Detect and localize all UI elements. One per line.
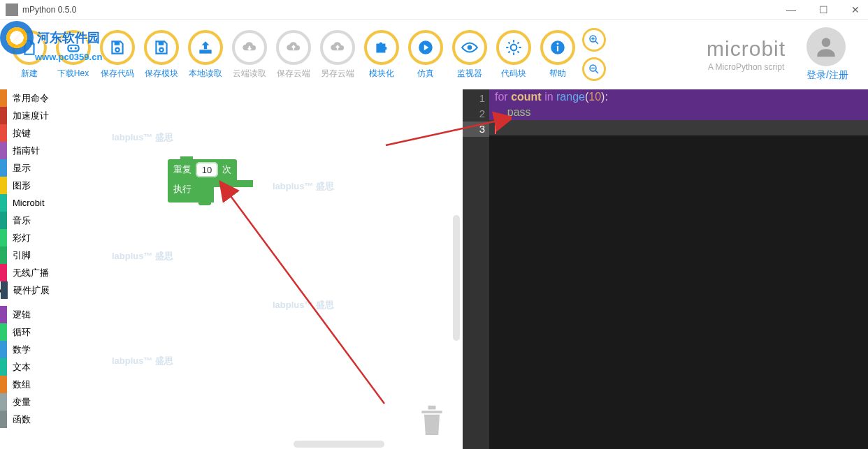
window-controls: — ☐ ✕ — [784, 4, 862, 15]
category-item[interactable]: 数学 — [0, 341, 77, 358]
maximize-button[interactable]: ☐ — [816, 4, 830, 15]
toolbar-cloud-read-button[interactable]: 云端读取 — [227, 30, 271, 80]
toolbar-download-hex-button[interactable]: 下载Hex — [51, 30, 95, 80]
bg-watermark: labplus™ 盛思 — [273, 180, 334, 193]
code-lines[interactable]: for count in range(10): pass — [489, 89, 868, 135]
zoom-out-button[interactable] — [582, 57, 606, 81]
category-color-bar — [0, 89, 7, 107]
code-line-2[interactable]: pass — [489, 105, 868, 120]
category-color-bar — [0, 142, 7, 159]
toolbar-new-button[interactable]: 新建 — [7, 30, 51, 80]
svg-point-4 — [115, 47, 119, 51]
window-title: mPython 0.5.0 — [22, 5, 76, 15]
trash-icon — [417, 400, 447, 439]
horizontal-scrollbar[interactable] — [294, 441, 384, 448]
category-label: 变量 — [13, 396, 31, 408]
category-item[interactable]: 文本 — [0, 358, 77, 376]
category-color-bar — [0, 124, 7, 142]
trash-button[interactable] — [417, 400, 447, 442]
workspace[interactable]: labplus™ 盛思 labplus™ 盛思 labplus™ 盛思 labp… — [77, 89, 463, 449]
loop-count-input[interactable] — [196, 162, 218, 177]
category-color-bar — [0, 194, 7, 212]
svg-rect-12 — [556, 45, 558, 51]
svg-line-19 — [595, 71, 598, 73]
category-item[interactable]: 硬件扩展 — [0, 281, 77, 299]
category-item[interactable]: 变量 — [0, 393, 77, 411]
category-item[interactable]: 数组 — [0, 376, 77, 393]
category-item[interactable]: Microbit — [0, 194, 77, 212]
cloud-down-icon — [232, 30, 267, 65]
cloud-up-icon — [320, 30, 355, 65]
toolbar-save-module-button[interactable]: 保存模块 — [139, 30, 183, 80]
svg-point-21 — [822, 38, 831, 47]
category-item[interactable]: 加速度计 — [0, 107, 77, 124]
block-times-label: 次 — [222, 163, 231, 176]
category-item[interactable]: 循环 — [0, 323, 77, 341]
bg-watermark: labplus™ 盛思 — [112, 250, 173, 263]
category-color-bar — [0, 107, 7, 124]
category-label: 按键 — [13, 127, 31, 140]
info-icon — [540, 30, 575, 65]
vertical-scrollbar[interactable] — [453, 215, 460, 341]
user-icon — [813, 34, 839, 60]
category-item[interactable]: 常用命令 — [0, 89, 77, 107]
block-notch — [180, 156, 193, 161]
code-line-3[interactable] — [489, 120, 868, 135]
toolbar-help-button[interactable]: 帮助 — [535, 30, 579, 80]
category-color-bar — [0, 376, 7, 393]
line-number: 2 — [463, 106, 485, 122]
category-color-bar — [0, 246, 7, 264]
toolbar-local-read-button[interactable]: 本地读取 — [183, 30, 227, 80]
svg-rect-5 — [158, 41, 164, 45]
svg-point-13 — [556, 43, 558, 45]
category-list[interactable]: 常用命令加速度计按键指南针显示图形Microbit音乐彩灯引脚无线广播硬件扩展逻… — [0, 89, 77, 449]
toolbar-codeblock-button[interactable]: 代码块 — [491, 30, 535, 80]
svg-rect-3 — [114, 41, 120, 45]
title-bar: mPython 0.5.0 — ☐ ✕ — [0, 0, 868, 20]
category-item[interactable]: 引脚 — [0, 246, 77, 264]
toolbar-label: 下载Hex — [57, 68, 89, 80]
play-icon — [408, 30, 443, 65]
svg-rect-0 — [68, 45, 78, 51]
annotation-arrow-left — [210, 180, 391, 411]
category-label: 数组 — [13, 378, 31, 391]
category-color-bar — [0, 411, 7, 428]
toolbar-save-cloud-button[interactable]: 保存云端 — [271, 30, 315, 80]
upload-icon — [188, 30, 223, 65]
category-label: 硬件扩展 — [13, 284, 50, 297]
toolbar-modularize-button[interactable]: 模块化 — [359, 30, 403, 80]
svg-point-9 — [467, 45, 472, 50]
minimize-button[interactable]: — — [784, 4, 798, 15]
brand-subtitle: A MicroPython script — [707, 62, 786, 72]
toolbar-monitor-button[interactable]: 监视器 — [447, 30, 491, 80]
login-link[interactable]: 登录/注册 — [806, 69, 848, 82]
category-item[interactable]: 显示 — [0, 159, 77, 177]
category-label: 常用命令 — [13, 92, 49, 105]
category-item[interactable]: 逻辑 — [0, 306, 77, 323]
category-label: 加速度计 — [13, 110, 49, 122]
toolbar-label: 帮助 — [549, 68, 566, 80]
category-item[interactable]: 图形 — [0, 177, 77, 194]
code-line-1[interactable]: for count in range(10): — [489, 89, 868, 105]
toolbar-label: 保存代码 — [101, 68, 134, 80]
avatar[interactable] — [806, 27, 846, 66]
toolbar-saveas-cloud-button[interactable]: 另存云端 — [315, 30, 359, 80]
svg-point-6 — [159, 47, 163, 51]
category-color-bar — [0, 341, 7, 358]
toolbar-save-code-button[interactable]: 保存代码 — [95, 30, 139, 80]
close-button[interactable]: ✕ — [848, 4, 862, 15]
category-item[interactable]: 指南针 — [0, 142, 77, 159]
loop-block[interactable]: 重复 次 执行 — [168, 159, 237, 203]
category-item[interactable]: 彩灯 — [0, 229, 77, 246]
category-item[interactable]: 音乐 — [0, 212, 77, 229]
file-icon — [12, 30, 47, 65]
toolbar-simulate-button[interactable]: 仿真 — [403, 30, 447, 80]
zoom-in-button[interactable] — [582, 28, 606, 52]
category-color-bar — [0, 306, 7, 323]
toolbar-label: 本地读取 — [189, 68, 222, 80]
code-panel[interactable]: 1 2 3 for count in range(10): pass — [463, 89, 868, 449]
category-item[interactable]: 函数 — [0, 411, 77, 428]
category-item[interactable]: 无线广播 — [0, 264, 77, 281]
category-label: 音乐 — [13, 214, 31, 227]
category-item[interactable]: 按键 — [0, 124, 77, 142]
